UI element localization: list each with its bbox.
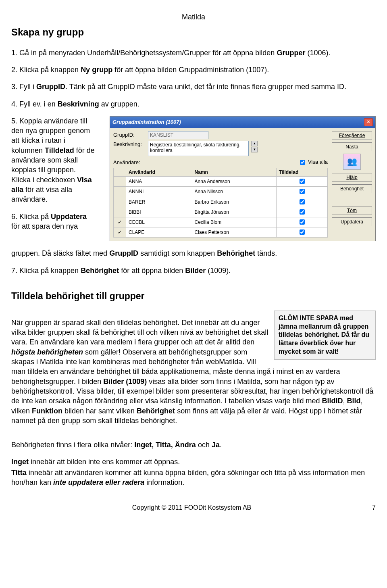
- cell-namn: Cecilia Blom: [192, 217, 276, 227]
- input-beskrivning[interactable]: Registrera beställningar, sköta fakturer…: [148, 141, 249, 156]
- row-selector[interactable]: [114, 207, 126, 217]
- cell-tilldelad[interactable]: [276, 187, 327, 197]
- label-gruppid: GruppID:: [113, 131, 146, 139]
- label-anvandare: Användare:: [113, 159, 146, 166]
- checkbox-tilldelad[interactable]: [300, 229, 305, 235]
- checkbox-tilldelad[interactable]: [300, 179, 305, 184]
- checkbox-tilldelad[interactable]: [300, 199, 305, 204]
- cell-anvandarid: BARER: [126, 197, 192, 207]
- btn-nasta[interactable]: Nästa: [332, 142, 372, 151]
- callout-spara: GLÖM INTE SPARA med jämna mellanrum då g…: [274, 311, 376, 360]
- step-6a: 6. Klicka på Uppdatera för att spara den…: [11, 212, 96, 231]
- step-2: 2. Klicka på knappen Ny grupp för att öp…: [11, 65, 376, 75]
- step-4: 4. Fyll ev. i en Beskrivning av gruppen.: [11, 99, 376, 109]
- cell-tilldelad[interactable]: [276, 227, 327, 238]
- spinner-icon[interactable]: ▴▾: [251, 141, 258, 152]
- checkbox-tilldelad[interactable]: [300, 219, 305, 225]
- cell-tilldelad[interactable]: [276, 217, 327, 227]
- cell-namn: Birgitta Jönsson: [192, 207, 276, 217]
- heading-skapa: Skapa ny grupp: [11, 26, 376, 39]
- cell-namn: Anna Nilsson: [192, 187, 276, 197]
- dialog-title: Gruppadministration (1007): [112, 119, 181, 126]
- user-table: AnvändarId Namn Tilldelad ANNAAnna Ander…: [113, 168, 328, 238]
- label-beskrivning: Beskrivning:: [113, 141, 146, 148]
- checkbox-visa-alla[interactable]: Visa alla: [298, 158, 328, 166]
- page-header: Matilda: [11, 12, 376, 22]
- btn-foregaende[interactable]: Föregående: [332, 131, 372, 140]
- step-1: 1. Gå in på menyraden Underhåll/Behörigh…: [11, 48, 376, 58]
- cell-namn: Claes Petterson: [192, 227, 276, 238]
- tilldela-paragraph-4: Titta innebär att användaren kommer att …: [11, 468, 376, 488]
- btn-tom[interactable]: Töm: [332, 206, 372, 215]
- btn-hjalp[interactable]: Hjälp: [332, 173, 372, 182]
- step-3: 3. Fyll i GruppID. Tänk på att GruppID m…: [11, 82, 376, 92]
- th-tilldelad: Tilldelad: [276, 168, 327, 176]
- row-selector[interactable]: [114, 197, 126, 207]
- avatar-icon: 👥: [343, 154, 361, 170]
- cell-tilldelad[interactable]: [276, 177, 327, 187]
- row-selector[interactable]: [114, 187, 126, 197]
- table-row[interactable]: BARERBarbro Eriksson: [114, 197, 328, 207]
- cell-anvandarid: CLAPE: [126, 227, 192, 238]
- input-gruppid[interactable]: [148, 131, 208, 139]
- step-5: 5. Koppla användare till den nya gruppen…: [11, 116, 96, 204]
- cell-namn: Anna Andersson: [192, 177, 276, 187]
- checkbox-tilldelad[interactable]: [300, 189, 305, 194]
- table-row[interactable]: ✓CLAPEClaes Petterson: [114, 227, 328, 238]
- footer-copyright: Copyright © 2011 FOODit Kostsystem AB: [132, 504, 251, 511]
- step-7: 7. Klicka på knappen Behörighet för att …: [11, 266, 376, 275]
- footer-page-number: 7: [372, 503, 376, 512]
- cell-anvandarid: CECBL: [126, 217, 192, 227]
- th-anvandarid: AnvändarId: [126, 168, 192, 176]
- dialog-gruppadmin: Gruppadministration (1007) × GruppID: Be…: [110, 116, 376, 241]
- table-row[interactable]: BIBBIBirgitta Jönsson: [114, 207, 328, 217]
- cell-anvandarid: BIBBI: [126, 207, 192, 217]
- heading-tilldela: Tilldela behörighet till grupper: [11, 290, 376, 302]
- cell-tilldelad[interactable]: [276, 197, 327, 207]
- table-row[interactable]: ANNNIAnna Nilsson: [114, 187, 328, 197]
- table-row[interactable]: ANNAAnna Andersson: [114, 177, 328, 187]
- close-icon[interactable]: ×: [364, 118, 373, 126]
- cell-namn: Barbro Eriksson: [192, 197, 276, 207]
- cell-anvandarid: ANNNI: [126, 187, 192, 197]
- checkbox-visa-alla-input[interactable]: [300, 160, 305, 165]
- btn-uppdatera[interactable]: Uppdatera: [332, 217, 372, 226]
- dialog-titlebar: Gruppadministration (1007) ×: [110, 117, 375, 128]
- row-selector[interactable]: ✓: [114, 227, 126, 238]
- tilldela-paragraph-3: Inget innebär att bilden inte ens kommer…: [11, 457, 376, 467]
- step-6b: gruppen. Då släcks fältet med GruppID sa…: [11, 248, 376, 258]
- btn-behorighet[interactable]: Behörighet: [332, 184, 372, 193]
- page-footer: Copyright © 2011 FOODit Kostsystem AB 7: [11, 503, 376, 512]
- table-row[interactable]: ✓CECBLCecilia Blom: [114, 217, 328, 227]
- cell-anvandarid: ANNA: [126, 177, 192, 187]
- th-namn: Namn: [192, 168, 276, 176]
- tilldela-paragraph-2: Behörigheten finns i flera olika nivåer:…: [11, 440, 376, 450]
- row-selector[interactable]: [114, 177, 126, 187]
- row-selector[interactable]: ✓: [114, 217, 126, 227]
- cell-tilldelad[interactable]: [276, 207, 327, 217]
- checkbox-tilldelad[interactable]: [300, 209, 305, 215]
